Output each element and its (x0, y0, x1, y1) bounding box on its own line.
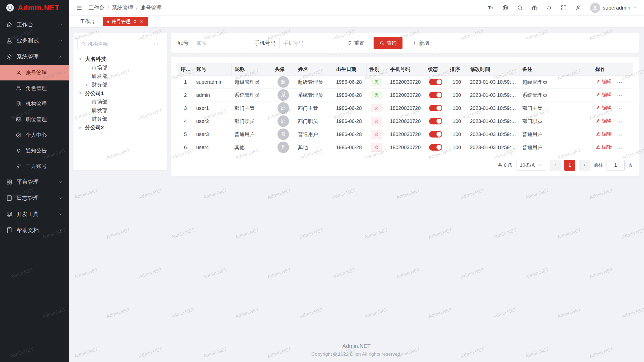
svg-text:T: T (491, 6, 493, 10)
sidebar-item[interactable]: 工作台 (0, 17, 69, 33)
sidebar-item[interactable]: 通知公告 (0, 143, 69, 158)
row-more-button[interactable] (617, 132, 623, 138)
header-icons: TT (488, 5, 582, 11)
prev-page-button[interactable] (550, 160, 561, 171)
sidebar-item[interactable]: 机构管理 (0, 96, 69, 112)
tree-node[interactable]: 研发部 (73, 106, 167, 115)
column-header: 排序 (447, 63, 467, 75)
breadcrumb-item[interactable]: 账号管理 (141, 4, 162, 11)
cell-account: user1 (193, 102, 231, 115)
sidebar-item-label: 业务测试 (17, 37, 54, 44)
tree-caret-icon[interactable]: ▸ (84, 82, 90, 87)
edit-button[interactable]: 编辑 (595, 78, 612, 85)
page-size-value: 10条/页 (520, 162, 536, 168)
status-toggle[interactable] (429, 79, 442, 85)
edit-button[interactable]: 编辑 (595, 130, 612, 137)
cell-birthdate: 1986-06-28 (333, 141, 366, 154)
cell-status (425, 88, 447, 102)
sidebar-item[interactable]: 角色管理 (0, 80, 69, 96)
tree-node[interactable]: ▸财务部 (73, 80, 167, 89)
tree-caret-icon[interactable]: ▸ (78, 90, 83, 96)
add-button[interactable]: 新增 (406, 37, 435, 49)
cell-gender: 女 (366, 102, 387, 115)
tab-close-icon[interactable] (139, 19, 144, 24)
cell-modified-time: 2023-01-03 10:59:44 (467, 128, 519, 141)
tree-node[interactable]: 研发部 (73, 72, 167, 80)
sidebar-item-label: 角色管理 (26, 85, 63, 92)
search-icon[interactable] (517, 5, 523, 11)
edit-button[interactable]: 编辑 (595, 104, 612, 111)
row-more-button[interactable] (617, 119, 623, 125)
globe-icon[interactable] (502, 5, 509, 11)
sidebar-item[interactable]: 账号管理 (0, 65, 69, 80)
home-icon (6, 21, 13, 28)
person-icon[interactable] (575, 5, 582, 11)
app-logo[interactable]: Admin.NET (0, 0, 69, 16)
bell-icon[interactable] (546, 5, 552, 11)
cell-gender: 男 (366, 88, 387, 102)
search-button[interactable]: 查询 (374, 37, 403, 49)
chevron-icon (58, 55, 63, 59)
next-page-button[interactable] (579, 160, 590, 171)
edit-button[interactable]: 编辑 (595, 117, 612, 124)
chevron-down-icon (539, 163, 542, 167)
tree-more-button[interactable] (149, 38, 163, 50)
fullscreen-icon[interactable] (560, 5, 567, 11)
tree-node[interactable]: 财务部 (73, 115, 167, 123)
sidebar-item[interactable]: 个人中心 (0, 127, 69, 143)
user-menu[interactable]: superadmin (590, 3, 637, 13)
goto-page-input[interactable] (607, 160, 625, 171)
tree-node[interactable]: ▸大名科技 (73, 55, 167, 63)
toggle-knob (436, 132, 441, 137)
status-toggle[interactable] (429, 144, 442, 151)
tab-item[interactable]: 工作台 (76, 17, 99, 26)
sidebar-item[interactable]: 三方账号 (0, 158, 69, 174)
row-more-button[interactable] (617, 106, 623, 112)
sidebar-item[interactable]: 开发工具 (0, 206, 69, 222)
collapse-menu-icon[interactable] (76, 5, 83, 11)
cell-order: 100 (447, 102, 467, 115)
sidebar-item[interactable]: 业务测试 (0, 33, 69, 49)
sidebar-item[interactable]: 平台管理 (0, 174, 69, 190)
cell-avatar: 其 (272, 141, 295, 154)
sidebar-item[interactable]: 职位管理 (0, 112, 69, 127)
tree-node[interactable]: 市场部 (73, 98, 167, 106)
status-toggle[interactable] (429, 131, 442, 138)
chevron-icon (58, 228, 63, 233)
row-more-button[interactable] (617, 145, 623, 151)
sidebar-item-label: 职位管理 (26, 116, 63, 123)
sidebar-item[interactable]: 系统管理 (0, 49, 69, 65)
row-more-button[interactable] (617, 93, 623, 99)
edit-button[interactable]: 编辑 (595, 144, 612, 150)
page-size-select[interactable]: 10条/页 (516, 160, 546, 171)
reset-button[interactable]: 重置 (341, 37, 370, 49)
status-toggle[interactable] (429, 92, 442, 98)
breadcrumb-item[interactable]: 系统管理 (112, 4, 133, 11)
tree-caret-icon[interactable]: ▸ (78, 56, 83, 62)
link-icon (16, 163, 22, 169)
status-toggle[interactable] (429, 118, 442, 124)
cell-phone: 18020030720 (387, 75, 425, 88)
skin-icon[interactable] (531, 5, 538, 11)
account-input[interactable] (193, 37, 244, 49)
tree-node[interactable]: ▸分公司1 (73, 89, 167, 98)
edit-button[interactable]: 编辑 (595, 91, 612, 98)
tab-refresh-icon[interactable] (133, 19, 137, 24)
phone-input[interactable] (279, 37, 331, 49)
accounts-table-card: 序号账号昵称头像姓名出生日期性别手机号码状态排序修改时间备注操作 1supera… (171, 57, 639, 176)
tree-node[interactable]: ▸分公司2 (73, 123, 167, 132)
status-toggle[interactable] (429, 105, 442, 111)
tab-item[interactable]: 账号管理 (103, 17, 148, 26)
tree-node[interactable]: 市场部 (73, 63, 167, 72)
row-more-button[interactable] (617, 80, 623, 86)
cell-status (425, 128, 447, 141)
breadcrumb-item[interactable]: 工作台 (89, 4, 104, 11)
fontsize-icon[interactable]: TT (488, 5, 494, 11)
tree-caret-icon[interactable]: ▸ (77, 125, 84, 130)
username: superadmin (603, 5, 630, 11)
org-search-input[interactable] (88, 41, 143, 47)
sidebar-item[interactable]: 日志管理 (0, 190, 69, 206)
page-button-1[interactable]: 1 (564, 160, 575, 171)
sidebar-item[interactable]: 帮助文档 (0, 222, 69, 238)
reset-label: 重置 (354, 40, 364, 47)
